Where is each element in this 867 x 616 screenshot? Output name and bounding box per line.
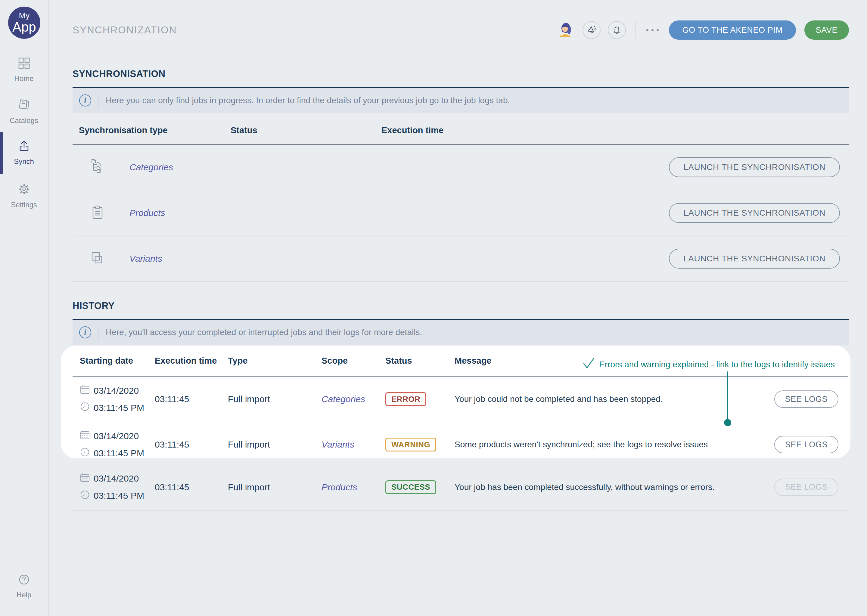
sidebar-item-settings[interactable]: Settings — [0, 182, 48, 209]
more-options-icon[interactable] — [646, 29, 659, 31]
job-type: Full import — [228, 482, 322, 492]
scope-link[interactable]: Products — [322, 482, 385, 492]
sidebar-item-label: Help — [17, 591, 31, 599]
sidebar-item-home[interactable]: Home — [0, 57, 48, 83]
top-bar-actions: GO TO THE AKENEO PIM SAVE — [556, 20, 849, 40]
launch-synchronisation-button[interactable]: LAUNCH THE SYNCHRONISATION — [669, 249, 840, 269]
annotation-pointer-dot — [724, 419, 731, 426]
user-avatar[interactable] — [556, 20, 575, 40]
starting-date-cell: 03/14/2020 03:11:45 PM — [80, 473, 155, 502]
check-icon — [582, 357, 595, 372]
save-button[interactable]: SAVE — [804, 20, 849, 40]
column-header: Scope — [322, 356, 385, 366]
settings-gear-icon — [17, 182, 31, 198]
sync-info-text: Here you can only find jobs in progress.… — [106, 96, 510, 105]
history-section-title: HISTORY — [73, 300, 849, 311]
sidebar-item-label: Catalogs — [9, 116, 38, 125]
annotation-text: Errors and warning explained - link to t… — [599, 360, 835, 369]
info-icon: i — [79, 94, 91, 107]
products-clipboard-icon — [90, 205, 129, 221]
column-header: Type — [228, 356, 322, 366]
execution-time: 03:11:45 — [155, 482, 228, 492]
logo-line2: App — [13, 20, 36, 34]
job-type: Full import — [228, 394, 322, 404]
help-question-icon — [17, 573, 31, 588]
sidebar-item-label: Settings — [11, 201, 37, 209]
go-to-akeneo-pim-button[interactable]: GO TO THE AKENEO PIM — [669, 20, 796, 40]
starting-date: 03/14/2020 — [94, 431, 139, 441]
starting-date-cell: 03/14/2020 03:11:45 PM — [80, 384, 155, 414]
starting-date: 03/14/2020 — [94, 473, 139, 484]
synch-upload-icon — [17, 139, 31, 155]
announcements-button[interactable] — [583, 21, 601, 39]
sidebar-item-help[interactable]: Help — [0, 573, 48, 599]
info-icon: i — [79, 326, 91, 338]
column-header: Starting date — [80, 356, 155, 366]
starting-time: 03:11:45 PM — [94, 490, 144, 501]
sidebar-item-label: Synch — [14, 157, 34, 166]
starting-time: 03:11:45 PM — [94, 403, 144, 413]
job-message: Your job has been completed successfully… — [455, 482, 769, 492]
clock-icon — [80, 447, 90, 458]
annotation-callout: Errors and warning explained - link to t… — [582, 357, 835, 372]
megaphone-icon — [586, 24, 597, 36]
sidebar-item-catalogs[interactable]: Catalogs — [0, 98, 48, 125]
clock-icon — [80, 490, 90, 502]
sync-table-header: Synchronisation type Status Execution ti… — [73, 113, 849, 144]
starting-time: 03:11:45 PM — [94, 448, 144, 458]
table-row: 03/14/2020 03:11:45 PM 03:11:45 Full imp… — [73, 464, 849, 511]
table-row: Products LAUNCH THE SYNCHRONISATION — [73, 190, 849, 236]
history-info-banner: i Here, you'll access your completed or … — [73, 320, 849, 345]
see-logs-button-disabled: SEE LOGS — [774, 479, 839, 496]
table-row: Categories LAUNCH THE SYNCHRONISATION — [73, 145, 849, 190]
calendar-icon — [80, 384, 90, 397]
table-row: 03/14/2020 03:11:45 PM 03:11:45 Full imp… — [61, 377, 850, 422]
logo-line1: My — [19, 11, 30, 20]
launch-synchronisation-button[interactable]: LAUNCH THE SYNCHRONISATION — [669, 203, 840, 223]
status-badge: ERROR — [385, 392, 426, 406]
header-divider — [635, 22, 635, 39]
history-info-text: Here, you'll access your completed or in… — [106, 328, 422, 337]
execution-time: 03:11:45 — [155, 394, 228, 404]
main-content: SYNCHRONIZATION — [49, 0, 867, 616]
annotation-pointer-line — [727, 371, 728, 421]
catalogs-book-icon — [17, 98, 31, 114]
see-logs-button[interactable]: SEE LOGS — [774, 436, 839, 453]
variants-squares-icon — [90, 251, 129, 267]
bell-icon — [612, 24, 622, 36]
execution-time: 03:11:45 — [155, 440, 228, 449]
sidebar: My App Home Catalogs — [0, 0, 49, 616]
calendar-icon — [80, 430, 90, 442]
sync-info-banner: i Here you can only find jobs in progres… — [73, 88, 849, 113]
starting-date: 03/14/2020 — [94, 386, 139, 396]
sync-type-link[interactable]: Products — [129, 208, 230, 218]
status-badge: WARNING — [385, 438, 436, 451]
page-title: SYNCHRONIZATION — [73, 24, 177, 36]
sync-type-link[interactable]: Variants — [129, 253, 230, 264]
launch-synchronisation-button[interactable]: LAUNCH THE SYNCHRONISATION — [669, 157, 840, 177]
job-message: Your job could not be completed and has … — [455, 394, 769, 404]
column-header: Status — [385, 356, 455, 366]
top-bar: SYNCHRONIZATION — [73, 0, 849, 42]
column-header: Status — [230, 126, 381, 135]
table-row: Variants LAUNCH THE SYNCHRONISATION — [73, 236, 849, 282]
sync-type-link[interactable]: Categories — [129, 162, 230, 172]
sidebar-item-synch[interactable]: Synch — [0, 139, 48, 166]
column-header: Synchronisation type — [79, 126, 230, 135]
column-header: Execution time — [381, 126, 849, 135]
scope-link[interactable]: Categories — [322, 394, 385, 404]
clock-icon — [80, 402, 90, 414]
categories-tree-icon — [90, 159, 129, 176]
notifications-button[interactable] — [608, 21, 626, 39]
home-grid-icon — [17, 57, 31, 72]
banner-divider — [98, 325, 98, 340]
table-row: 03/14/2020 03:11:45 PM 03:11:45 Full imp… — [61, 422, 850, 458]
history-highlight-card: Errors and warning explained - link to t… — [61, 346, 850, 458]
app-logo[interactable]: My App — [8, 6, 40, 39]
sync-section-title: SYNCHRONISATION — [73, 69, 849, 79]
job-message: Some products weren't synchronized; see … — [455, 440, 769, 449]
see-logs-button[interactable]: SEE LOGS — [774, 390, 839, 408]
starting-date-cell: 03/14/2020 03:11:45 PM — [80, 430, 155, 458]
status-badge: SUCCESS — [385, 480, 436, 494]
scope-link[interactable]: Variants — [322, 440, 385, 449]
